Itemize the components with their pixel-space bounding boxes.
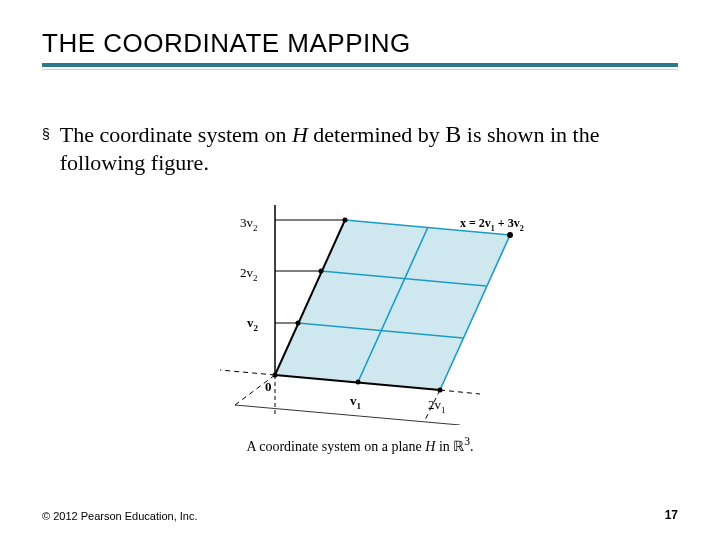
axis-dash bbox=[220, 370, 275, 375]
plane-edge bbox=[235, 405, 460, 425]
bullet-marker: § bbox=[42, 120, 50, 148]
figure-wrap: 0 v1 2v1 v2 2v2 3v2 x = 2v1 + 3v2 A coor… bbox=[0, 195, 720, 455]
slide-title: THE COORDINATE MAPPING bbox=[42, 28, 678, 63]
label-2v2: 2v2 bbox=[240, 265, 258, 283]
text-seg: determined by bbox=[308, 122, 445, 147]
figure: 0 v1 2v1 v2 2v2 3v2 x = 2v1 + 3v2 A coor… bbox=[180, 195, 540, 455]
title-underline bbox=[42, 63, 678, 67]
var-H: H bbox=[292, 122, 308, 147]
axis-dash bbox=[440, 390, 480, 394]
origin-dot bbox=[273, 373, 278, 378]
footer: © 2012 Pearson Education, Inc. 17 bbox=[42, 508, 678, 522]
page-number: 17 bbox=[665, 508, 678, 522]
point-x bbox=[507, 232, 513, 238]
label-3v2: 3v2 bbox=[240, 215, 258, 233]
bullet-item: § The coordinate system on H determined … bbox=[42, 120, 678, 177]
caption-seg: A coordinate system on a plane bbox=[246, 439, 425, 454]
basis-B: B bbox=[445, 121, 461, 147]
figure-caption: A coordinate system on a plane H in ℝ3. bbox=[180, 435, 540, 455]
label-v2: v2 bbox=[247, 315, 259, 333]
title-block: THE COORDINATE MAPPING bbox=[42, 28, 678, 70]
label-2v1: 2v1 bbox=[428, 397, 446, 415]
caption-seg: in bbox=[435, 439, 453, 454]
text-seg: The coordinate system on bbox=[60, 122, 292, 147]
title-underline-thin bbox=[42, 69, 678, 70]
copyright: © 2012 Pearson Education, Inc. bbox=[42, 510, 197, 522]
tick-dot bbox=[438, 388, 443, 393]
caption-H: H bbox=[425, 439, 435, 454]
coordinate-plane-diagram: 0 v1 2v1 v2 2v2 3v2 x = 2v1 + 3v2 bbox=[180, 195, 540, 425]
label-v1: v1 bbox=[350, 393, 362, 411]
caption-R: ℝ bbox=[453, 439, 464, 454]
caption-seg: . bbox=[470, 439, 474, 454]
label-x-eq: x = 2v1 + 3v2 bbox=[460, 216, 524, 233]
tick-dot bbox=[356, 380, 361, 385]
slide: THE COORDINATE MAPPING § The coordinate … bbox=[0, 0, 720, 540]
label-origin: 0 bbox=[265, 379, 272, 394]
bullet-text: The coordinate system on H determined by… bbox=[60, 120, 678, 177]
body: § The coordinate system on H determined … bbox=[42, 120, 678, 177]
